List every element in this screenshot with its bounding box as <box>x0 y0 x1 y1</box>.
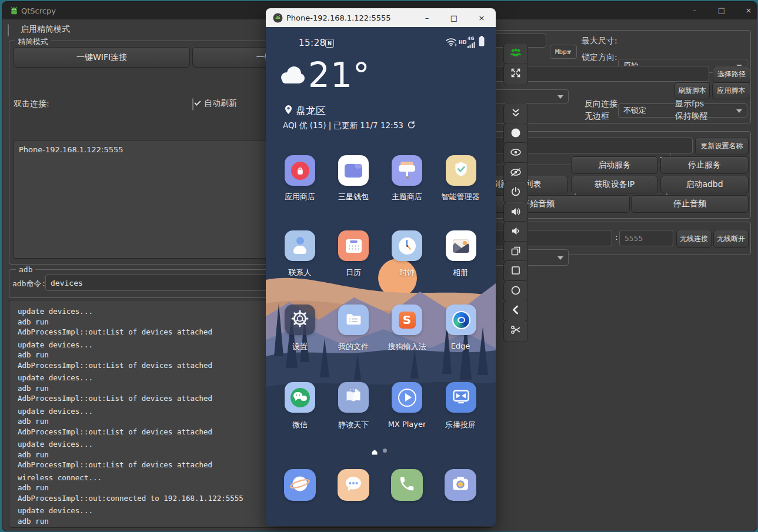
max-size-label: 最大尺寸: <box>582 36 617 46</box>
frameless-label: 无边框 <box>585 111 609 122</box>
samsung-wallet-icon[interactable] <box>338 155 369 186</box>
stop-service-button[interactable]: 停止服务 <box>660 156 749 174</box>
page-indicator-dot[interactable] <box>383 449 387 453</box>
weather-aqi-row: AQI 优 (15) | 已更新 11/7 12:53 <box>283 120 415 131</box>
weather-aqi-text: AQI 优 (15) | 已更新 11/7 12:53 <box>283 121 403 131</box>
android-logo-icon <box>9 6 19 15</box>
wireless-connect-button[interactable]: 无线连接 <box>676 230 712 248</box>
select-path-button[interactable]: 选择路径 <box>713 66 750 83</box>
fullscreen-icon <box>510 67 522 81</box>
port-input[interactable] <box>619 230 673 246</box>
dock-browser-icon[interactable] <box>284 469 316 501</box>
maximize-button[interactable]: □ <box>441 8 467 27</box>
back-button[interactable] <box>503 300 528 322</box>
calendar-icon[interactable] <box>338 230 369 261</box>
adb-group-title: adb <box>16 265 35 274</box>
weather-location: 盘龙区 <box>296 104 326 118</box>
start-service-button[interactable]: 启动服务 <box>571 156 658 174</box>
edge-icon[interactable] <box>446 305 476 335</box>
group-control-button[interactable] <box>503 43 528 65</box>
wechat-bubbles-icon <box>290 388 310 407</box>
wechat-icon[interactable] <box>285 382 315 413</box>
enable-lite-mode-label: 启用精简模式 <box>21 24 70 35</box>
scissors-icon <box>510 324 522 338</box>
phone-screen[interactable]: 15:28 N HD 4G 21° 盘龙区 AQI 优 (15) | 已更新 1… <box>266 27 496 526</box>
wallet-icon <box>345 164 362 178</box>
phone-handset-icon <box>398 475 416 495</box>
double-click-connect-label: 双击连接: <box>14 99 49 109</box>
sogou-s-icon: S <box>399 312 416 329</box>
apply-script-button[interactable]: 应用脚本 <box>712 82 750 99</box>
android-logo-icon <box>273 13 283 23</box>
eye-off-icon <box>509 166 522 180</box>
expand-notification-button[interactable] <box>503 103 528 125</box>
battery-icon <box>479 36 485 49</box>
photo-icon <box>453 239 469 253</box>
maximize-button[interactable]: □ <box>709 2 734 18</box>
smart-manager-icon[interactable] <box>446 155 476 186</box>
status-bar: 15:28 N HD 4G <box>266 27 496 49</box>
refresh-icon[interactable] <box>407 120 415 131</box>
nfc-icon: N <box>325 39 334 48</box>
gear-icon <box>290 309 309 330</box>
dock-messages-icon[interactable] <box>338 469 369 501</box>
screen-on-button[interactable] <box>503 142 528 165</box>
clock-icon[interactable] <box>392 230 422 261</box>
phone-mirror-window: Phone-192.168.1.122:5555 – □ × <box>266 8 496 526</box>
power-button[interactable] <box>503 182 528 204</box>
minimize-button[interactable]: – <box>414 8 440 27</box>
phone-window-title: Phone-192.168.1.122:5555 <box>286 14 391 22</box>
cloud-icon <box>279 66 306 86</box>
volume-down-button[interactable] <box>503 221 528 243</box>
dock-camera-icon[interactable] <box>445 469 476 501</box>
page-indicator-home-icon[interactable] <box>371 447 378 458</box>
screen-clip-button[interactable] <box>503 320 528 342</box>
settings-icon[interactable] <box>285 305 315 335</box>
app-store-icon[interactable] <box>285 155 315 186</box>
adb-command-label: adb命令: <box>12 279 46 289</box>
sogou-input-icon[interactable]: S <box>392 305 422 335</box>
app-label: 相册 <box>434 267 487 278</box>
get-device-ip-button[interactable]: 获取设备IP <box>571 176 658 193</box>
folder-icon <box>345 312 362 329</box>
mx-player-icon[interactable] <box>392 382 422 413</box>
minimize-button[interactable]: – <box>682 2 707 18</box>
chevron-down-icon <box>567 51 572 53</box>
enable-lite-mode-checkbox[interactable] <box>8 24 9 36</box>
auto-refresh-checkbox[interactable] <box>192 98 193 111</box>
dock-phone-icon[interactable] <box>391 469 423 501</box>
person-icon <box>291 237 309 255</box>
phone-titlebar[interactable]: Phone-192.168.1.122:5555 – □ × <box>266 8 496 27</box>
close-button[interactable]: × <box>736 2 757 18</box>
app-label: 日历 <box>327 267 380 278</box>
edge-logo-icon <box>452 311 470 329</box>
eye-icon <box>509 146 522 160</box>
reverse-connect-label: 反向连接 <box>585 99 617 109</box>
moon-reader-icon[interactable] <box>338 382 369 413</box>
paint-roller-icon <box>399 162 415 179</box>
theme-store-icon[interactable] <box>392 155 422 186</box>
one-key-wifi-button[interactable]: 一键WIFI连接 <box>14 47 190 68</box>
cast-screen-icon <box>452 389 470 407</box>
wifi-icon <box>445 36 458 49</box>
app-label: 智能管理器 <box>434 192 487 202</box>
lebo-cast-icon[interactable] <box>446 382 476 413</box>
chevron-down-icon <box>557 256 563 260</box>
fullscreen-button[interactable] <box>503 63 528 85</box>
update-config-name-button[interactable]: 更新设置名称 <box>695 137 749 155</box>
chevron-down-icon <box>736 109 742 113</box>
stop-audio-button[interactable]: 停止音频 <box>631 195 749 213</box>
double-chevron-down-icon <box>510 107 522 121</box>
menu-button[interactable] <box>503 260 528 283</box>
bitrate-unit-combo[interactable]: Mbps <box>550 45 577 59</box>
my-files-icon[interactable] <box>338 305 369 335</box>
contacts-icon[interactable] <box>285 230 315 261</box>
show-fps-label: 显示fps <box>675 99 704 109</box>
gallery-icon[interactable] <box>446 230 476 261</box>
wireless-disconnect-button[interactable]: 无线断开 <box>713 230 749 248</box>
main-window-title: QtScrcpy <box>21 6 56 15</box>
start-adbd-button[interactable]: 启动adbd <box>660 176 749 193</box>
app-label: 微信 <box>273 420 326 430</box>
refresh-script-button[interactable]: 刷新脚本 <box>674 82 710 99</box>
close-button[interactable]: × <box>469 8 495 27</box>
